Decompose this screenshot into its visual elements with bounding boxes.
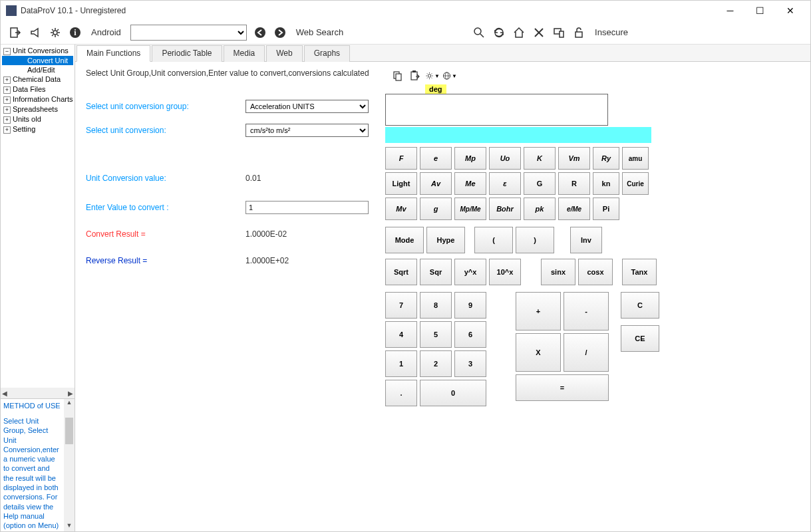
close-button[interactable]: ✕ <box>775 1 805 20</box>
calc-uo[interactable]: Uo <box>489 147 521 170</box>
help-vscrollbar[interactable]: ▲ ▼ <box>64 399 75 531</box>
tree-units-old[interactable]: +Units old <box>2 114 73 124</box>
scrollbar-thumb[interactable] <box>65 418 73 444</box>
calc-pk[interactable]: pk <box>524 198 556 220</box>
copy-icon[interactable] <box>391 68 405 83</box>
calc-g[interactable]: g <box>420 198 452 220</box>
calc-mp[interactable]: Mp <box>454 147 486 170</box>
calc-minus[interactable]: - <box>564 292 609 331</box>
info-icon[interactable]: i <box>69 26 82 39</box>
forward-icon[interactable] <box>273 26 287 39</box>
gear-icon[interactable] <box>49 26 62 39</box>
collapse-icon[interactable]: − <box>3 48 11 55</box>
calc-c[interactable]: C <box>621 292 659 319</box>
calc-eps[interactable]: ε <box>489 172 521 195</box>
scroll-right-icon[interactable]: ▶ <box>68 390 73 397</box>
minimize-button[interactable]: ─ <box>715 1 745 20</box>
calc-mult[interactable]: X <box>516 333 561 372</box>
scroll-left-icon[interactable]: ◀ <box>2 390 7 397</box>
calc-mpme[interactable]: Mp/Me <box>454 198 486 220</box>
calc-lparen[interactable]: ( <box>474 227 513 253</box>
nav-tree[interactable]: −Unit Conversions Convert Unit Add/Edit … <box>1 45 75 388</box>
calc-av[interactable]: Av <box>420 172 452 195</box>
lock-open-icon[interactable] <box>572 26 585 39</box>
calc-me[interactable]: Me <box>454 172 486 195</box>
refresh-icon[interactable] <box>492 26 506 39</box>
tree-data-files[interactable]: +Data Files <box>2 84 73 94</box>
tab-periodic-table[interactable]: Periodic Table <box>152 45 222 62</box>
conversion-select[interactable]: cm/s²to m/s² <box>245 124 369 137</box>
calc-amu[interactable]: amu <box>622 147 649 170</box>
calc-ry[interactable]: Ry <box>593 147 619 170</box>
home-icon[interactable] <box>512 26 526 39</box>
calc-e[interactable]: e <box>420 147 452 170</box>
tree-unit-conversions[interactable]: −Unit Conversions <box>2 46 73 56</box>
calc-6[interactable]: 6 <box>454 321 486 348</box>
expand-icon[interactable]: + <box>3 76 11 84</box>
maximize-button[interactable]: ☐ <box>745 1 775 20</box>
scroll-down-icon[interactable]: ▼ <box>64 522 75 531</box>
calc-bohr[interactable]: Bohr <box>489 198 521 220</box>
calc-vm[interactable]: Vm <box>558 147 590 170</box>
calc-ce[interactable]: CE <box>621 325 659 352</box>
search-icon[interactable] <box>472 26 486 39</box>
calc-div[interactable]: / <box>564 333 609 372</box>
export-icon[interactable] <box>9 26 22 39</box>
calc-9[interactable]: 9 <box>454 292 486 319</box>
calc-sin[interactable]: sinx <box>541 259 575 285</box>
calc-curie[interactable]: Curie <box>622 172 649 195</box>
calc-7[interactable]: 7 <box>385 292 417 319</box>
expand-icon[interactable]: + <box>3 116 11 124</box>
calc-cos[interactable]: cosx <box>578 259 613 285</box>
calc-mode[interactable]: Mode <box>385 227 424 253</box>
calc-inv[interactable]: Inv <box>570 227 602 253</box>
calc-10x[interactable]: 10^x <box>489 259 521 285</box>
calc-pow[interactable]: y^x <box>454 259 486 285</box>
announce-icon[interactable] <box>29 26 42 39</box>
calc-kn[interactable]: kn <box>593 172 619 195</box>
calc-plus[interactable]: + <box>516 292 561 331</box>
tree-convert-unit[interactable]: Convert Unit <box>2 56 73 65</box>
scroll-up-icon[interactable]: ▲ <box>64 399 75 408</box>
calc-8[interactable]: 8 <box>420 292 452 319</box>
calc-1[interactable]: 1 <box>385 350 417 377</box>
calc-3[interactable]: 3 <box>454 350 486 377</box>
calc-g-const[interactable]: G <box>524 172 556 195</box>
calc-eme[interactable]: e/Me <box>558 198 590 220</box>
tab-graphs[interactable]: Graphs <box>304 45 350 62</box>
expand-icon[interactable]: + <box>3 106 11 114</box>
back-icon[interactable] <box>253 26 267 39</box>
devices-icon[interactable] <box>552 26 566 39</box>
calc-sqr[interactable]: Sqr <box>420 259 452 285</box>
tree-chemical-data[interactable]: +Chemical Data <box>2 74 73 84</box>
calc-light[interactable]: Light <box>385 172 417 195</box>
calc-eq[interactable]: = <box>516 374 609 401</box>
paste-icon[interactable] <box>408 68 422 83</box>
tree-spreadsheets[interactable]: +Spreadsheets <box>2 104 73 114</box>
calc-2[interactable]: 2 <box>420 350 452 377</box>
calc-pi[interactable]: Pi <box>593 198 619 220</box>
calc-k[interactable]: K <box>524 147 556 170</box>
enter-value-input[interactable] <box>245 201 369 214</box>
group-select[interactable]: Acceleration UNITS <box>245 100 369 113</box>
tree-information-charts[interactable]: +Information Charts <box>2 94 73 104</box>
calc-hype[interactable]: Hype <box>426 227 465 253</box>
cancel-icon[interactable] <box>532 26 546 39</box>
calc-r[interactable]: R <box>558 172 590 195</box>
tree-hscrollbar[interactable]: ◀ ▶ <box>1 388 75 398</box>
calc-dot[interactable]: . <box>385 380 417 406</box>
tree-setting[interactable]: +Setting <box>2 124 73 134</box>
expand-icon[interactable]: + <box>3 126 11 134</box>
tab-web[interactable]: Web <box>266 45 302 62</box>
web-search-label[interactable]: Web Search <box>296 27 343 37</box>
tab-media[interactable]: Media <box>224 45 265 62</box>
calc-f[interactable]: F <box>385 147 417 170</box>
tab-main-functions[interactable]: Main Functions <box>77 45 150 62</box>
calc-5[interactable]: 5 <box>420 321 452 348</box>
calc-0[interactable]: 0 <box>420 380 486 406</box>
globe-icon[interactable]: ▼ <box>442 68 457 83</box>
calc-mv[interactable]: Mv <box>385 198 417 220</box>
expand-icon[interactable]: + <box>3 96 11 104</box>
calc-sqrt[interactable]: Sqrt <box>385 259 417 285</box>
calc-display[interactable] <box>385 94 608 126</box>
